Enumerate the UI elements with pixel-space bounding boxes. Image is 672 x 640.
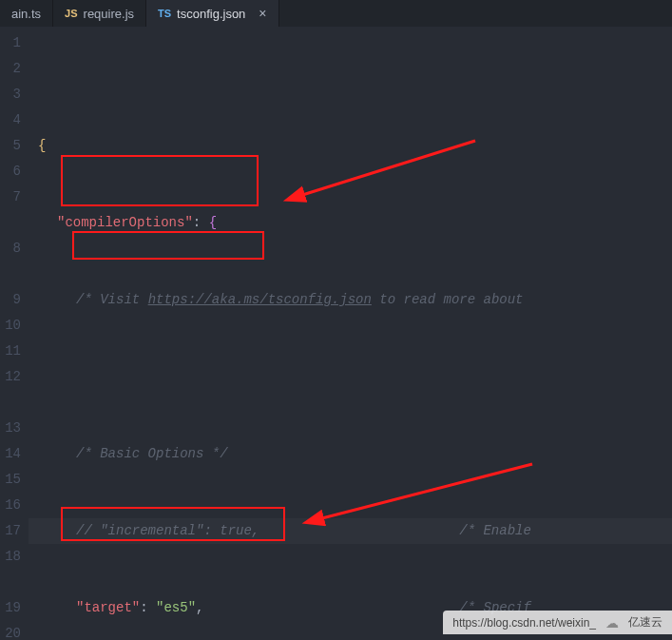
tab-label: ain.ts: [11, 7, 41, 21]
code-area[interactable]: { "compilerOptions": { /* Visit https://…: [29, 27, 672, 640]
tab-require-js[interactable]: JS require.js: [53, 0, 146, 27]
code-token: {: [209, 215, 217, 230]
code-token: "compilerOptions": [57, 215, 193, 230]
code-token: "target": [76, 600, 140, 615]
watermark-url: https://blog.csdn.net/weixin_: [452, 616, 596, 630]
tab-ain-ts[interactable]: ain.ts: [0, 0, 53, 27]
code-token: /* Visit: [76, 292, 148, 307]
js-icon: JS: [65, 8, 77, 19]
code-token: /* Basic Options */: [76, 446, 228, 461]
tab-tsconfig-json[interactable]: TS tsconfig.json ×: [146, 0, 279, 27]
code-token: to read more about: [372, 292, 531, 307]
close-icon[interactable]: ×: [259, 6, 266, 21]
line-gutter: 1234567891011121314151617181920: [0, 27, 29, 640]
editor[interactable]: 1234567891011121314151617181920 { "compi…: [0, 27, 672, 640]
watermark-logo-icon: ☁: [605, 615, 619, 630]
code-token: {: [38, 138, 46, 153]
tab-bar: ain.ts JS require.js TS tsconfig.json ×: [0, 0, 672, 27]
watermark-brand: 亿速云: [628, 614, 662, 630]
ts-icon: TS: [158, 8, 171, 19]
code-token: "es5": [156, 600, 196, 615]
code-token: :: [193, 215, 209, 230]
code-token: // "incremental": true, /* Enable: [76, 523, 531, 538]
tab-label: require.js: [84, 7, 134, 21]
code-token: https://aka.ms/tsconfig.json: [148, 292, 372, 307]
watermark: https://blog.csdn.net/weixin_ ☁ 亿速云: [443, 611, 672, 634]
tab-label: tsconfig.json: [177, 7, 245, 21]
